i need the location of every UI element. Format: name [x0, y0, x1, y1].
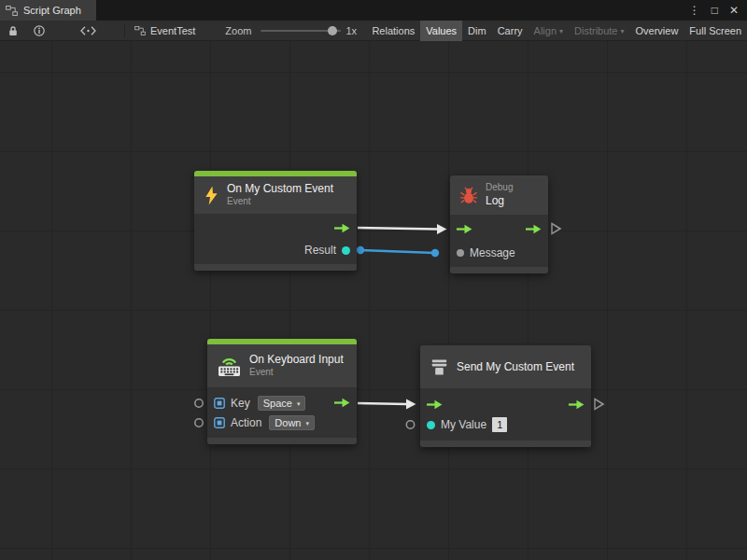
zoom-slider-handle[interactable]	[328, 26, 337, 35]
flow-output-port[interactable]	[526, 224, 542, 234]
carry-button[interactable]: Carry	[492, 21, 529, 41]
node-titles: On Keyboard Input Event	[249, 353, 344, 379]
unconnected-input-marker[interactable]	[406, 421, 414, 428]
maximize-icon[interactable]: □	[712, 0, 718, 21]
node-subtitle: Event	[249, 367, 344, 379]
node-title: On My Custom Event	[227, 182, 333, 196]
flow-output-row	[194, 217, 357, 239]
connection-endpoint	[431, 249, 439, 257]
connection-value-result-to-message[interactable]	[360, 250, 435, 253]
key-input-row: Key Space ▾	[207, 393, 357, 413]
values-button[interactable]: Values	[420, 21, 462, 41]
node-footer	[420, 441, 591, 447]
node-footer	[450, 267, 548, 273]
flow-row	[450, 217, 548, 241]
tab-title: Script Graph	[23, 5, 81, 16]
tab-script-graph[interactable]: Script Graph	[0, 0, 96, 21]
zoom-label: Zoom	[225, 25, 251, 36]
lightning-bolt-icon	[204, 186, 219, 205]
my-value-label: My Value	[441, 418, 486, 431]
unconnected-flow-marker[interactable]	[552, 224, 560, 234]
message-label: Message	[470, 246, 515, 259]
flow-output-port[interactable]	[334, 398, 350, 408]
result-label: Result	[304, 244, 336, 257]
node-titles: On My Custom Event Event	[227, 182, 333, 208]
action-dropdown-value: Down	[275, 417, 301, 428]
connection-flow-keyboard-to-send[interactable]	[358, 403, 407, 404]
result-value-port[interactable]	[342, 246, 350, 255]
node-header[interactable]: Send My Custom Event	[420, 345, 591, 388]
chevron-down-icon: ▾	[297, 400, 301, 407]
node-on-keyboard-input[interactable]: On Keyboard Input Event Key Space ▾	[207, 339, 357, 444]
node-body: My Value 1	[420, 388, 591, 441]
message-value-port[interactable]	[457, 249, 464, 257]
key-dropdown-value: Space	[263, 398, 292, 409]
title-bar: Script Graph ⋮ □ ✕	[0, 0, 747, 21]
zoom-value: 1x	[345, 25, 357, 36]
my-value-input[interactable]: 1	[492, 417, 507, 432]
node-header[interactable]: On Keyboard Input Event	[207, 344, 357, 387]
node-header[interactable]: On My Custom Event Event	[194, 176, 357, 214]
toolbar-buttons: Relations Values Dim Carry Align▾ Distri…	[366, 21, 747, 41]
event-machine-icon	[430, 357, 449, 377]
node-body: Message	[450, 215, 548, 267]
action-input-row: Action Down ▾	[207, 413, 357, 432]
action-type-icon	[214, 417, 225, 428]
script-graph-icon	[6, 6, 18, 16]
graph-canvas[interactable]: On My Custom Event Event Result	[0, 41, 747, 560]
dim-button[interactable]: Dim	[462, 21, 492, 41]
node-header[interactable]: Debug Log	[450, 175, 548, 215]
close-icon[interactable]: ✕	[729, 0, 739, 21]
node-send-my-custom-event[interactable]: Send My Custom Event My Value 1	[420, 345, 591, 447]
node-debug-log[interactable]: Debug Log Message	[450, 175, 548, 273]
fullscreen-button[interactable]: Full Screen	[684, 21, 747, 41]
node-footer	[194, 264, 357, 271]
distribute-button[interactable]: Distribute▾	[569, 21, 629, 41]
my-value-port[interactable]	[427, 421, 435, 429]
result-output-row: Result	[194, 239, 357, 261]
connection-flow-customevent-to-log[interactable]	[358, 228, 438, 230]
align-button[interactable]: Align▾	[529, 21, 569, 41]
graph-breadcrumb[interactable]: EventTest	[129, 25, 201, 36]
keycode-type-icon	[214, 398, 225, 409]
message-input-row: Message	[450, 241, 548, 265]
node-title: Log	[486, 194, 513, 208]
node-on-my-custom-event[interactable]: On My Custom Event Event Result	[194, 171, 357, 271]
chevron-down-icon: ▾	[305, 420, 309, 427]
connection-arrowhead	[437, 224, 447, 234]
connections-layer	[0, 41, 747, 560]
graph-icon	[134, 26, 146, 35]
action-dropdown[interactable]: Down ▾	[269, 415, 315, 430]
unconnected-flow-marker[interactable]	[595, 399, 603, 410]
code-view-icon[interactable]	[77, 21, 100, 41]
info-icon[interactable]	[30, 21, 49, 41]
flow-output-port[interactable]	[334, 223, 350, 233]
overview-button[interactable]: Overview	[630, 21, 684, 41]
graph-toolbar: EventTest Zoom 1x Relations Values Dim C…	[0, 21, 747, 41]
node-title: Send My Custom Event	[457, 360, 574, 373]
window-menu-icon[interactable]: ⋮	[689, 0, 700, 21]
my-value-input-row: My Value 1	[420, 414, 591, 435]
key-dropdown[interactable]: Space ▾	[258, 396, 306, 411]
key-label: Key	[231, 397, 250, 410]
node-footer	[207, 438, 357, 444]
node-body: Key Space ▾ Action Down ▾	[207, 387, 357, 438]
relations-button[interactable]: Relations	[366, 21, 420, 41]
connection-endpoint	[357, 246, 364, 254]
unconnected-input-marker[interactable]	[195, 399, 203, 407]
node-title: On Keyboard Input	[249, 353, 344, 367]
node-category: Debug	[486, 182, 513, 194]
node-body: Result	[194, 214, 357, 264]
node-titles: Debug Log	[486, 182, 513, 208]
unconnected-input-marker[interactable]	[195, 419, 203, 427]
zoom-slider[interactable]	[261, 21, 341, 41]
flow-output-port[interactable]	[569, 399, 585, 410]
connection-arrowhead	[406, 399, 416, 410]
lock-icon[interactable]	[4, 21, 22, 41]
flow-input-port[interactable]	[457, 224, 472, 234]
flow-row	[420, 394, 591, 414]
action-label: Action	[231, 416, 261, 429]
window-controls: ⋮ □ ✕	[689, 0, 747, 21]
flow-input-port[interactable]	[427, 399, 443, 410]
node-subtitle: Event	[227, 196, 333, 208]
